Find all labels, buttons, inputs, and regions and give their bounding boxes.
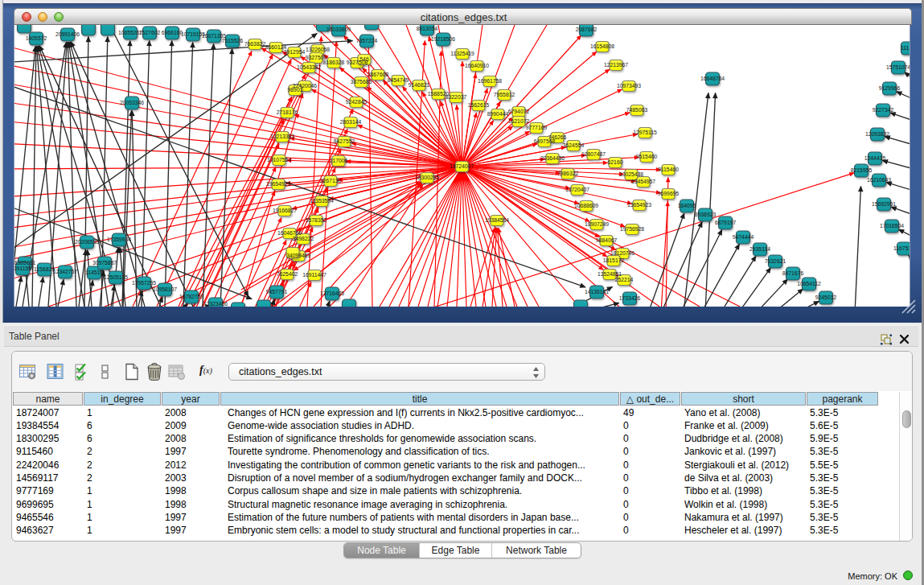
svg-text:7515526: 7515526	[222, 38, 244, 43]
svg-text:7632621: 7632621	[765, 258, 786, 264]
svg-text:2867608: 2867608	[368, 72, 389, 77]
svg-text:9146821: 9146821	[409, 82, 430, 88]
svg-text:9245012: 9245012	[815, 295, 837, 300]
svg-text:34099469: 34099469	[286, 253, 310, 258]
svg-text:11353594: 11353594	[310, 198, 334, 204]
svg-text:9129966: 9129966	[879, 85, 901, 91]
svg-text:3498222: 3498222	[293, 236, 314, 241]
svg-text:1562615: 1562615	[468, 102, 490, 108]
svg-text:7986322: 7986322	[557, 171, 579, 176]
svg-text:1405572: 1405572	[26, 35, 47, 41]
svg-text:17359934: 17359934	[107, 237, 131, 242]
svg-text:12093832: 12093832	[865, 131, 889, 137]
svg-text:16210643: 16210643	[867, 177, 891, 183]
svg-text:1167533: 1167533	[893, 245, 910, 251]
svg-text:13654923: 13654923	[627, 202, 651, 208]
svg-text:16782759: 16782759	[179, 294, 203, 299]
svg-text:8938923: 8938923	[695, 212, 717, 217]
svg-text:30975887: 30975887	[92, 260, 117, 266]
svg-text:10973493: 10973493	[617, 83, 641, 89]
svg-text:15692951: 15692951	[872, 201, 896, 207]
svg-text:10958107: 10958107	[153, 286, 177, 292]
svg-text:17016504: 17016504	[880, 223, 904, 229]
svg-text:11325419: 11325419	[450, 51, 474, 56]
svg-text:9777169: 9777169	[526, 125, 548, 130]
svg-text:3912954: 3912954	[284, 49, 306, 55]
svg-text:391159: 391159	[14, 266, 31, 271]
svg-text:2087682: 2087682	[576, 27, 598, 32]
svg-text:2718176: 2718176	[277, 109, 298, 115]
svg-text:13524851: 13524851	[598, 271, 622, 277]
svg-text:8813054: 8813054	[417, 26, 438, 31]
svg-text:5578352: 5578352	[306, 217, 327, 223]
svg-text:19218506: 19218506	[431, 36, 455, 42]
svg-text:7357224: 7357224	[356, 38, 378, 43]
svg-text:19756928: 19756928	[620, 226, 644, 232]
svg-text:17957255: 17957255	[132, 280, 156, 286]
svg-text:1621072: 1621072	[508, 118, 530, 124]
svg-text:6794072: 6794072	[508, 109, 530, 114]
svg-text:9515460: 9515460	[636, 154, 658, 159]
svg-text:98901: 98901	[288, 87, 303, 93]
svg-text:10025438: 10025438	[619, 171, 643, 177]
svg-text:18907249: 18907249	[585, 221, 609, 227]
svg-text:12505135: 12505135	[104, 274, 128, 280]
svg-text:18724007: 18724007	[450, 163, 474, 169]
svg-text:16640910: 16640910	[465, 63, 489, 68]
svg-text:18120746: 18120746	[610, 250, 634, 256]
svg-text:1156829: 1156829	[34, 266, 55, 272]
svg-text:1733426: 1733426	[619, 295, 641, 301]
svg-text:20991406: 20991406	[55, 31, 80, 37]
svg-text:7663822: 7663822	[244, 41, 266, 47]
svg-text:12342757: 12342757	[53, 269, 77, 274]
svg-text:9884067: 9884067	[596, 237, 618, 243]
svg-text:8365061: 8365061	[14, 260, 35, 266]
svg-text:217006: 217006	[330, 158, 348, 163]
svg-text:7625402: 7625402	[277, 271, 298, 277]
svg-text:8990444: 8990444	[487, 111, 509, 117]
svg-text:1815172: 1815172	[603, 257, 625, 263]
svg-text:9457791: 9457791	[266, 289, 288, 295]
svg-text:16961758: 16961758	[478, 78, 502, 84]
svg-text:12975115: 12975115	[633, 130, 657, 135]
svg-text:11124: 11124	[901, 45, 910, 51]
svg-text:10654112: 10654112	[797, 281, 821, 286]
svg-text:8471676: 8471676	[782, 270, 804, 276]
svg-text:546: 546	[359, 56, 369, 62]
svg-text:10107554: 10107554	[267, 157, 291, 163]
svg-text:1244415: 1244415	[864, 155, 886, 161]
svg-text:19166827: 19166827	[273, 208, 297, 213]
svg-text:9227342: 9227342	[873, 107, 894, 113]
svg-text:10688609: 10688609	[574, 203, 598, 208]
svg-text:6966160: 6966160	[162, 30, 183, 35]
svg-text:3624554: 3624554	[563, 142, 585, 148]
svg-text:16648784: 16648784	[700, 76, 725, 81]
svg-text:13226058: 13226058	[306, 47, 330, 52]
svg-text:114519: 114519	[85, 270, 103, 275]
svg-text:9242845: 9242845	[346, 99, 368, 105]
svg-text:18300295: 18300295	[415, 175, 439, 180]
svg-text:20053346: 20053346	[120, 100, 144, 105]
svg-text:7485063: 7485063	[626, 107, 648, 113]
svg-text:8427552: 8427552	[334, 138, 355, 144]
svg-text:62160: 62160	[608, 159, 623, 165]
svg-text:15751074: 15751074	[886, 64, 910, 70]
svg-text:20364436: 20364436	[540, 155, 565, 161]
svg-text:164095: 164095	[678, 203, 696, 208]
svg-text:19654923: 19654923	[266, 181, 290, 187]
svg-text:12213383: 12213383	[270, 134, 294, 139]
svg-text:16033809: 16033809	[326, 27, 351, 32]
svg-text:12213967: 12213967	[604, 62, 628, 68]
svg-text:8454749: 8454749	[388, 77, 409, 83]
svg-text:9474444: 9474444	[733, 234, 754, 240]
svg-text:19384554: 19384554	[485, 217, 509, 223]
svg-text:16154808: 16154808	[590, 43, 614, 49]
svg-text:7955812: 7955812	[494, 92, 515, 97]
svg-text:14136141: 14136141	[585, 289, 609, 295]
svg-text:13716485: 13716485	[320, 290, 344, 296]
svg-text:9115460: 9115460	[658, 167, 679, 172]
svg-text:9699695: 9699695	[658, 191, 680, 196]
svg-text:16911447: 16911447	[302, 272, 326, 278]
svg-text:12323466: 12323466	[203, 301, 228, 307]
svg-text:16046766: 16046766	[277, 230, 302, 236]
